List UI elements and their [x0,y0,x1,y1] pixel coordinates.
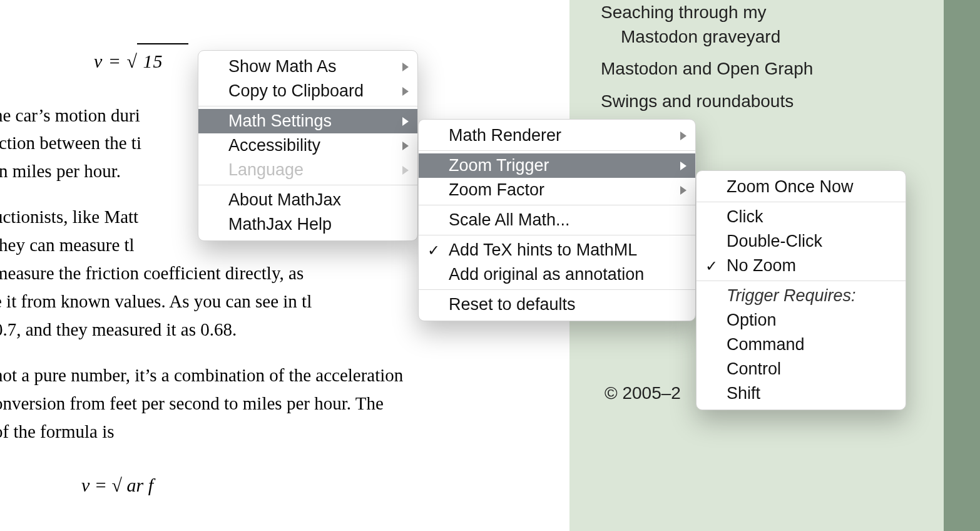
menu-divider [198,106,417,106]
menu-item-click[interactable]: Click [697,205,906,229]
zoom-trigger-submenu[interactable]: Zoom Once Now Click Double-Click ✓ No Zo… [696,170,906,410]
chevron-right-icon [402,142,409,150]
menu-item-zoom-factor[interactable]: Zoom Factor [419,178,695,202]
formula-v-eq-sqrt-arf[interactable]: v = √ ar f [81,471,563,500]
menu-section-label-trigger-requires: Trigger Requires: [697,284,906,308]
chevron-right-icon [402,63,409,71]
chevron-right-icon [680,162,687,170]
sidebar-link-list: Seaching through my Mastodon graveyard M… [601,0,932,113]
menu-divider [419,205,695,205]
menu-item-double-click[interactable]: Double-Click [697,229,906,254]
menu-item-accessibility[interactable]: Accessibility [198,133,417,158]
menu-divider [198,185,417,185]
menu-item-show-math-as[interactable]: Show Math As [198,54,417,79]
sidebar-link[interactable]: Swings and roundabouts [601,89,932,113]
sidebar-link[interactable]: Mastodon and Open Graph [601,56,932,81]
check-icon: ✓ [705,257,718,275]
menu-item-math-settings[interactable]: Math Settings [198,109,417,133]
chevron-right-icon [402,166,409,175]
sidebar-accent-stripe [944,0,980,531]
menu-item-zoom-once-now[interactable]: Zoom Once Now [697,175,906,199]
menu-item-add-original-annotation[interactable]: Add original as annotation [419,262,695,287]
check-icon: ✓ [427,242,440,259]
mathjax-context-menu[interactable]: Show Math As Copy to Clipboard Math Sett… [198,50,418,241]
menu-divider [419,150,695,151]
menu-divider [419,235,695,235]
menu-item-language[interactable]: Language [198,158,417,182]
sidebar-link[interactable]: Seaching through my Mastodon graveyard [601,0,932,49]
menu-item-control-modifier[interactable]: Control [697,357,906,381]
chevron-right-icon [680,186,687,195]
chevron-right-icon [680,131,687,140]
menu-item-scale-all-math[interactable]: Scale All Math... [419,208,695,232]
menu-divider [697,202,906,202]
menu-item-mathjax-help[interactable]: MathJax Help [198,212,417,237]
copyright-text: © 2005–2 [605,383,681,403]
chevron-right-icon [402,117,409,126]
menu-item-reset-defaults[interactable]: Reset to defaults [419,292,695,317]
menu-divider [419,289,695,290]
menu-item-about-mathjax[interactable]: About MathJax [198,188,417,212]
menu-item-no-zoom[interactable]: ✓ No Zoom [697,254,906,278]
menu-item-tex-hints[interactable]: ✓ Add TeX hints to MathML [419,238,695,262]
menu-item-option-modifier[interactable]: Option [697,308,906,333]
menu-item-math-renderer[interactable]: Math Renderer [419,123,695,148]
menu-item-shift-modifier[interactable]: Shift [697,381,906,406]
math-settings-submenu[interactable]: Math Renderer Zoom Trigger Zoom Factor S… [418,119,696,321]
article-paragraph: not a pure number, it’s a combination of… [0,361,563,446]
menu-item-copy-to-clipboard[interactable]: Copy to Clipboard [198,79,417,103]
chevron-right-icon [402,87,409,96]
menu-item-zoom-trigger[interactable]: Zoom Trigger [419,153,695,178]
menu-item-command-modifier[interactable]: Command [697,333,906,357]
menu-divider [697,281,906,281]
